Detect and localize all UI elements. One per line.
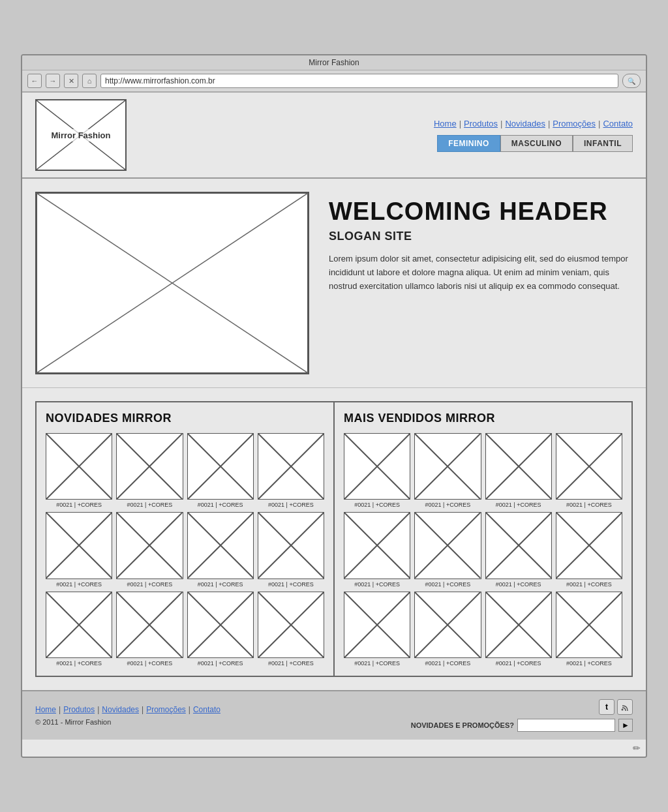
product-thumb[interactable] bbox=[116, 592, 183, 658]
list-item: #0021 | +CORES bbox=[116, 433, 183, 508]
nav-home[interactable]: Home bbox=[434, 119, 457, 128]
list-item: #0021 | +CORES bbox=[46, 433, 112, 508]
list-item: #0021 | +CORES bbox=[258, 433, 324, 508]
newsletter-input[interactable] bbox=[517, 719, 615, 732]
stop-button[interactable]: ✕ bbox=[64, 74, 78, 88]
home-button[interactable]: ⌂ bbox=[82, 74, 97, 88]
nav-sep-2: | bbox=[500, 119, 502, 128]
product-label: #0021 | +CORES bbox=[496, 660, 541, 667]
footer-sep-4: | bbox=[189, 705, 190, 714]
footer-sep-3: | bbox=[142, 705, 144, 714]
novidades-title: NOVIDADES MIRROR bbox=[46, 412, 324, 425]
product-thumb[interactable] bbox=[485, 433, 552, 500]
product-label: #0021 | +CORES bbox=[354, 502, 400, 508]
nav-promocoes[interactable]: Promoções bbox=[553, 119, 596, 128]
nav-contato[interactable]: Contato bbox=[603, 119, 633, 128]
browser-search-button[interactable]: 🔍 bbox=[622, 74, 641, 88]
product-thumb[interactable] bbox=[46, 433, 112, 500]
product-label: #0021 | +CORES bbox=[496, 502, 541, 508]
nav-novidades[interactable]: Novidades bbox=[505, 119, 545, 128]
hero-text: WELCOMING HEADER SLOGAN SITE Lorem ipsum… bbox=[329, 192, 633, 293]
product-label: #0021 | +CORES bbox=[127, 581, 173, 588]
rss-symbol bbox=[621, 703, 629, 711]
list-item: #0021 | +CORES bbox=[414, 592, 481, 667]
footer-nav-produtos[interactable]: Produtos bbox=[63, 705, 95, 714]
product-thumb[interactable] bbox=[344, 512, 410, 579]
product-thumb[interactable] bbox=[344, 433, 410, 500]
nav-sep-3: | bbox=[548, 119, 550, 128]
list-item: #0021 | +CORES bbox=[414, 512, 481, 587]
product-label: #0021 | +CORES bbox=[268, 502, 314, 508]
product-thumb[interactable] bbox=[116, 433, 183, 500]
product-label: #0021 | +CORES bbox=[127, 660, 173, 667]
product-thumb[interactable] bbox=[116, 512, 183, 579]
logo-box: Mirror Fashion bbox=[35, 99, 127, 171]
newsletter-submit-button[interactable]: ► bbox=[618, 719, 633, 732]
product-thumb[interactable] bbox=[46, 512, 112, 579]
product-label: #0021 | +CORES bbox=[354, 581, 400, 588]
product-thumb[interactable] bbox=[258, 592, 324, 658]
product-thumb[interactable] bbox=[46, 592, 112, 658]
product-label: #0021 | +CORES bbox=[198, 581, 243, 588]
tab-feminino[interactable]: FEMININO bbox=[437, 135, 500, 152]
address-bar[interactable] bbox=[100, 74, 618, 88]
product-label: #0021 | +CORES bbox=[56, 581, 102, 588]
product-thumb[interactable] bbox=[187, 433, 254, 500]
list-item: #0021 | +CORES bbox=[187, 433, 254, 508]
footer-sep-1: | bbox=[59, 705, 61, 714]
product-thumb[interactable] bbox=[258, 512, 324, 579]
product-label: #0021 | +CORES bbox=[425, 581, 471, 588]
page-content: Mirror Fashion Home | Produtos | Novidad… bbox=[22, 93, 646, 757]
product-thumb[interactable] bbox=[485, 592, 552, 658]
corner-area: ✏ bbox=[22, 740, 646, 757]
product-label: #0021 | +CORES bbox=[425, 660, 471, 667]
nav-produtos[interactable]: Produtos bbox=[464, 119, 498, 128]
product-thumb[interactable] bbox=[414, 433, 481, 500]
forward-button[interactable]: → bbox=[46, 74, 60, 88]
product-label: #0021 | +CORES bbox=[354, 660, 400, 667]
back-button[interactable]: ← bbox=[27, 74, 42, 88]
list-item: #0021 | +CORES bbox=[344, 433, 410, 508]
product-label: #0021 | +CORES bbox=[56, 660, 102, 667]
twitter-icon[interactable]: t bbox=[599, 699, 615, 715]
site-header: Mirror Fashion Home | Produtos | Novidad… bbox=[22, 93, 646, 179]
product-thumb[interactable] bbox=[258, 433, 324, 500]
product-label: #0021 | +CORES bbox=[127, 502, 173, 508]
product-thumb[interactable] bbox=[556, 592, 622, 658]
main-nav: Home | Produtos | Novidades | Promoções … bbox=[434, 119, 633, 128]
products-section: NOVIDADES MIRROR #0021 | +CORES #0021 | … bbox=[22, 388, 646, 690]
rss-icon[interactable] bbox=[617, 699, 633, 715]
tab-masculino[interactable]: MASCULINO bbox=[500, 135, 573, 152]
novidades-grid: #0021 | +CORES #0021 | +CORES #0021 | +C… bbox=[46, 433, 324, 667]
footer-nav-home[interactable]: Home bbox=[35, 705, 56, 714]
product-thumb[interactable] bbox=[556, 433, 622, 500]
nav-sep-1: | bbox=[459, 119, 461, 128]
site-footer: Home | Produtos | Novidades | Promoções … bbox=[22, 690, 646, 740]
list-item: #0021 | +CORES bbox=[556, 592, 622, 667]
browser-title: Mirror Fashion bbox=[309, 58, 359, 67]
product-label: #0021 | +CORES bbox=[56, 502, 102, 508]
mais-vendidos-title: MAIS VENDIDOS MIRROR bbox=[344, 412, 622, 425]
list-item: #0021 | +CORES bbox=[258, 592, 324, 667]
footer-nav-novidades[interactable]: Novidades bbox=[102, 705, 139, 714]
list-item: #0021 | +CORES bbox=[556, 512, 622, 587]
tab-infantil[interactable]: INFANTIL bbox=[573, 135, 633, 152]
product-thumb[interactable] bbox=[485, 512, 552, 579]
list-item: #0021 | +CORES bbox=[116, 592, 183, 667]
social-icons: t bbox=[599, 699, 633, 715]
product-label: #0021 | +CORES bbox=[496, 581, 541, 588]
footer-nav-promocoes[interactable]: Promoções bbox=[146, 705, 186, 714]
mais-vendidos-grid: #0021 | +CORES #0021 | +CORES #0021 | +C… bbox=[344, 433, 622, 667]
footer-left: Home | Produtos | Novidades | Promoções … bbox=[35, 705, 220, 726]
footer-sep-2: | bbox=[97, 705, 99, 714]
product-thumb[interactable] bbox=[187, 592, 254, 658]
footer-right: t NOVIDADES E PROMOÇÕES? ► bbox=[411, 699, 633, 732]
product-thumb[interactable] bbox=[187, 512, 254, 579]
footer-nav-contato[interactable]: Contato bbox=[193, 705, 220, 714]
product-thumb[interactable] bbox=[414, 592, 481, 658]
list-item: #0021 | +CORES bbox=[116, 512, 183, 587]
novidades-col: NOVIDADES MIRROR #0021 | +CORES #0021 | … bbox=[35, 401, 334, 677]
product-thumb[interactable] bbox=[556, 512, 622, 579]
product-thumb[interactable] bbox=[414, 512, 481, 579]
product-thumb[interactable] bbox=[344, 592, 410, 658]
